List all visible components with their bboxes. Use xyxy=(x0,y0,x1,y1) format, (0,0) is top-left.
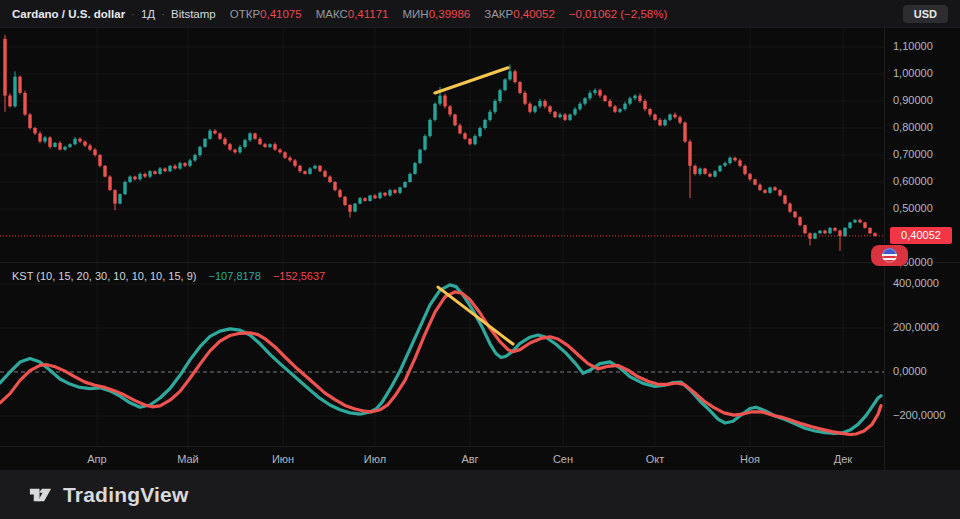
axis-tick-label: 0,80000 xyxy=(893,121,933,133)
tradingview-logo-icon xyxy=(27,481,54,508)
currency-button[interactable]: USD xyxy=(903,5,948,23)
exchange-label[interactable]: Bitstamp xyxy=(171,8,216,20)
ohlc-open: ОТКР0,41075 xyxy=(230,8,302,20)
kst-indicator-chart[interactable] xyxy=(0,262,884,446)
axis-tick-label: 0,70000 xyxy=(893,148,933,160)
tradingview-chart-window: Cardano / U.S. dollar · 1Д · Bitstamp ОТ… xyxy=(0,0,960,519)
axis-tick-label: 0,0000 xyxy=(893,365,927,377)
time-axis-month-label[interactable]: Окт xyxy=(635,447,675,471)
flag-circle-icon xyxy=(882,248,897,263)
kst-title: KST (10, 15, 20, 30, 10, 10, 10, 15, 9) xyxy=(12,270,196,282)
ohlc-close: ЗАКР0,40052 xyxy=(484,8,555,20)
time-axis-month-label[interactable]: Авг xyxy=(450,447,490,471)
axis-tick-label: 0,50000 xyxy=(893,202,933,214)
symbol-title[interactable]: Cardano / U.S. dollar xyxy=(12,8,125,20)
axis-tick-label: 0,90000 xyxy=(893,94,933,106)
ohlc-low: МИН0,39986 xyxy=(403,8,471,20)
footer-bar: TradingView xyxy=(0,470,960,519)
axis-tick-label: 200,0000 xyxy=(893,321,939,333)
separator-dot: · xyxy=(161,8,165,20)
pane-divider[interactable] xyxy=(0,262,960,263)
separator-dot: · xyxy=(131,8,135,20)
time-axis-month-label[interactable]: Сен xyxy=(543,447,583,471)
time-axis-month-label[interactable]: Июн xyxy=(263,447,303,471)
price-change: −0,01062 (−2,58%) xyxy=(569,8,667,20)
time-axis-month-label[interactable]: Апр xyxy=(77,447,117,471)
price-candlestick-chart[interactable] xyxy=(0,28,884,262)
axis-tick-label: 400,0000 xyxy=(893,277,939,289)
axis-tick-label: 1,10000 xyxy=(893,40,933,52)
axis-tick-label: 1,00000 xyxy=(893,67,933,79)
interval-label[interactable]: 1Д xyxy=(141,8,155,20)
kst-legend[interactable]: KST (10, 15, 20, 30, 10, 10, 10, 15, 9) … xyxy=(12,270,325,282)
time-axis-month-label[interactable]: Ноя xyxy=(730,447,770,471)
ohlc-high: МАКС0,41171 xyxy=(316,8,389,20)
kst-value: −107,8178 xyxy=(209,270,261,282)
time-axis[interactable]: АпрМайИюнИюлАвгСенОктНояДек xyxy=(0,446,884,471)
tradingview-logo[interactable]: TradingView xyxy=(27,481,189,508)
axis-tick-label: −200,0000 xyxy=(893,409,945,421)
time-axis-month-label[interactable]: Июл xyxy=(355,447,395,471)
current-price-badge: 0,40052 xyxy=(890,227,952,244)
axis-tick-label: 0,60000 xyxy=(893,175,933,187)
kst-signal-value: −152,5637 xyxy=(273,270,325,282)
flag-sticker-icon[interactable] xyxy=(871,245,908,266)
time-axis-month-label[interactable]: Дек xyxy=(823,447,863,471)
chart-toolbar: Cardano / U.S. dollar · 1Д · Bitstamp ОТ… xyxy=(0,0,960,28)
tradingview-logo-text: TradingView xyxy=(63,483,189,507)
chart-region: 1,100001,000000,900000,800000,700000,600… xyxy=(0,28,960,470)
time-axis-month-label[interactable]: Май xyxy=(168,447,208,471)
